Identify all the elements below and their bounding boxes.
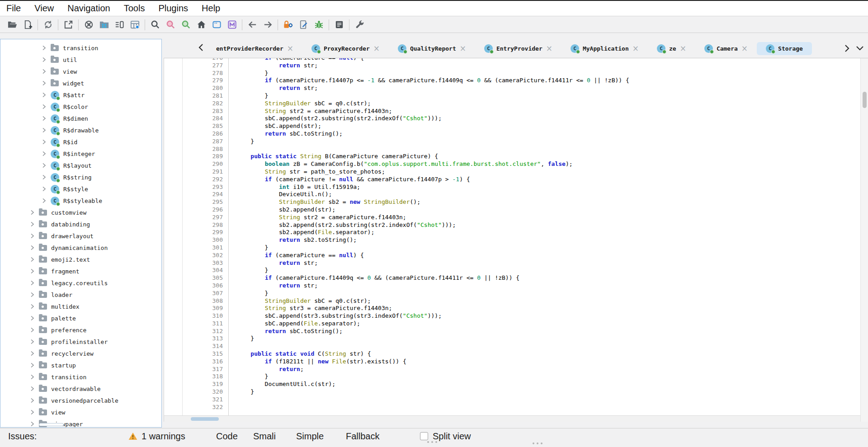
close-icon[interactable]: × xyxy=(632,45,639,52)
tree-item-legacy.coreutils[interactable]: legacy.coreutils xyxy=(0,277,161,289)
debug-icon[interactable] xyxy=(311,18,326,32)
tab-EntryProvider[interactable]: CEntryProvider× xyxy=(475,42,561,55)
tree-item-R$style[interactable]: CR$style xyxy=(0,183,161,195)
tab-ProxyRecorder[interactable]: CProxyRecorder× xyxy=(302,42,389,55)
chevron-right-icon[interactable] xyxy=(29,421,35,427)
deobfuscation-icon[interactable] xyxy=(280,18,296,32)
close-icon[interactable]: × xyxy=(460,45,466,52)
forward-icon[interactable] xyxy=(260,18,275,32)
menu-view[interactable]: View xyxy=(28,1,61,16)
tree-item-databinding[interactable]: databinding xyxy=(0,218,161,230)
tree-item-view[interactable]: view xyxy=(0,66,161,77)
chevron-right-icon[interactable] xyxy=(29,245,35,251)
view-tab-smali[interactable]: Smali xyxy=(253,428,276,444)
tree-item-R$drawable[interactable]: CR$drawable xyxy=(0,124,161,136)
chevron-right-icon[interactable] xyxy=(29,386,35,392)
export-icon[interactable] xyxy=(61,18,76,32)
markdown-icon[interactable] xyxy=(224,18,240,32)
menu-help[interactable]: Help xyxy=(195,1,227,16)
tree-item-drawerlayout[interactable]: drawerlayout xyxy=(0,230,161,242)
chevron-right-icon[interactable] xyxy=(29,280,35,286)
chevron-right-icon[interactable] xyxy=(29,374,35,380)
chevron-right-icon[interactable] xyxy=(29,303,35,310)
tree-item-preference[interactable]: preference xyxy=(0,324,161,336)
menu-plugins[interactable]: Plugins xyxy=(151,1,195,16)
chevron-right-icon[interactable] xyxy=(41,174,47,180)
chevron-right-icon[interactable] xyxy=(41,56,47,63)
close-icon[interactable]: × xyxy=(741,45,748,52)
open-file-icon[interactable] xyxy=(5,18,20,32)
tree-item-R$attr[interactable]: CR$attr xyxy=(0,89,161,101)
editor-vertical-scrollbar[interactable] xyxy=(860,58,868,422)
chevron-right-icon[interactable] xyxy=(41,45,47,51)
chevron-right-icon[interactable] xyxy=(29,315,35,321)
menu-navigation[interactable]: Navigation xyxy=(61,1,117,16)
close-icon[interactable]: × xyxy=(287,45,293,52)
tab-MyApplication[interactable]: CMyApplication× xyxy=(561,42,648,55)
tree-item-R$layout[interactable]: CR$layout xyxy=(0,160,161,171)
tree-item-palette[interactable]: palette xyxy=(0,312,161,324)
chevron-right-icon[interactable] xyxy=(29,233,35,239)
view-tab-code[interactable]: Code xyxy=(216,428,238,444)
window-icon[interactable] xyxy=(209,18,224,32)
tree-horizontal-scrollbar-thumb[interactable] xyxy=(39,423,64,426)
chevron-right-icon[interactable] xyxy=(41,151,47,157)
tree-item-R$styleable[interactable]: CR$styleable xyxy=(0,195,161,207)
log-icon[interactable] xyxy=(331,18,347,32)
tree-item-customview[interactable]: customview xyxy=(0,207,161,218)
tree-item-vectordrawable[interactable]: vectordrawable xyxy=(0,383,161,395)
home-icon[interactable] xyxy=(193,18,209,32)
chevron-right-icon[interactable] xyxy=(29,292,35,298)
tree-item-startup[interactable]: startup xyxy=(0,359,161,371)
tree-item-viewpager[interactable]: viewpager xyxy=(0,418,161,428)
warnings-group[interactable]: 1 warnings xyxy=(128,428,185,444)
rename-icon[interactable] xyxy=(296,18,311,32)
chevron-right-icon[interactable] xyxy=(29,339,35,345)
bottom-splitter-grip[interactable] xyxy=(533,442,542,444)
tree-item-R$id[interactable]: CR$id xyxy=(0,136,161,148)
close-icon[interactable]: × xyxy=(546,45,552,52)
tab-QualityReport[interactable]: CQualityReport× xyxy=(389,42,475,55)
tab-entProviderRecorder[interactable]: entProviderRecorder× xyxy=(207,42,302,55)
tab-ze[interactable]: Cze× xyxy=(648,42,695,55)
tree-item-fragment[interactable]: fragment xyxy=(0,265,161,277)
chevron-right-icon[interactable] xyxy=(29,221,35,227)
wheel-icon[interactable] xyxy=(81,18,96,32)
tree-item-dynamicanimation[interactable]: dynamicanimation xyxy=(0,242,161,254)
tab-list-dropdown-icon[interactable] xyxy=(855,45,864,53)
chevron-right-icon[interactable] xyxy=(29,362,35,368)
tab-scroll-left-icon[interactable] xyxy=(198,43,204,54)
table-view-icon[interactable] xyxy=(127,18,142,32)
tree-item-util[interactable]: util xyxy=(0,54,161,66)
chevron-right-icon[interactable] xyxy=(29,409,35,415)
tree-item-widget[interactable]: widget xyxy=(0,77,161,89)
code-editor[interactable]: 276 if (cameraPicture == null) {277 retu… xyxy=(164,58,860,422)
chevron-right-icon[interactable] xyxy=(29,209,35,216)
chevron-right-icon[interactable] xyxy=(29,256,35,263)
close-icon[interactable]: × xyxy=(373,45,380,52)
back-icon[interactable] xyxy=(245,18,260,32)
chevron-right-icon[interactable] xyxy=(41,139,47,145)
add-files-icon[interactable] xyxy=(20,18,35,32)
tree-item-multidex[interactable]: multidex xyxy=(0,301,161,312)
editor-horizontal-scrollbar[interactable] xyxy=(164,415,860,422)
search-class-icon[interactable] xyxy=(178,18,193,32)
search-text-icon[interactable] xyxy=(163,18,178,32)
tree-item-R$integer[interactable]: CR$integer xyxy=(0,148,161,160)
reload-icon[interactable] xyxy=(40,18,56,32)
chevron-right-icon[interactable] xyxy=(41,80,47,86)
tree-item-view[interactable]: view xyxy=(0,406,161,418)
chevron-right-icon[interactable] xyxy=(41,198,47,204)
tree-item-R$string[interactable]: CR$string xyxy=(0,171,161,183)
tab-scroll-right-icon[interactable] xyxy=(844,44,850,55)
view-tab-simple[interactable]: Simple xyxy=(296,428,324,444)
menu-tools[interactable]: Tools xyxy=(117,1,152,16)
view-tab-fallback[interactable]: Fallback xyxy=(346,428,379,444)
chevron-right-icon[interactable] xyxy=(29,397,35,404)
tree-item-transition[interactable]: transition xyxy=(0,42,161,54)
list-view-icon[interactable] xyxy=(112,18,127,32)
close-icon[interactable]: × xyxy=(680,45,686,52)
chevron-right-icon[interactable] xyxy=(29,327,35,333)
chevron-right-icon[interactable] xyxy=(41,162,47,169)
search-icon[interactable] xyxy=(147,18,163,32)
